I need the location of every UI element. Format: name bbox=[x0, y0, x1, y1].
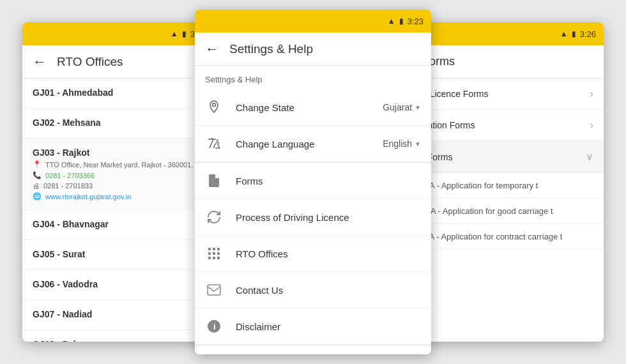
chevron-down-icon: ∨ bbox=[586, 151, 593, 163]
phone-text: 0281 - 2703366 bbox=[45, 172, 95, 179]
subitem-3[interactable]: P.A - Application for contract carriage … bbox=[412, 224, 604, 250]
location-icon bbox=[205, 98, 223, 116]
address-text: TTO Office, Near Market yard, Rajkot - 3… bbox=[45, 161, 193, 169]
rto-detail-address: 📍 TTO Office, Near Market yard, Rajkot -… bbox=[33, 160, 204, 169]
status-bar-center: ▲ ▮ 3:23 bbox=[195, 10, 431, 33]
location-icon: 📍 bbox=[33, 160, 42, 169]
subitem-text-3: P.A - Application for contract carriage … bbox=[422, 232, 562, 241]
dropdown-arrow-state: ▼ bbox=[415, 104, 421, 111]
settings-list: Settings & Help Change State Gujarat ▼ bbox=[195, 66, 431, 354]
rto-offices-item[interactable]: RTO Offices bbox=[195, 236, 431, 272]
change-state-label: Change State bbox=[236, 102, 370, 113]
refresh-icon bbox=[205, 208, 223, 226]
contact-us-label: Contact Us bbox=[236, 285, 421, 296]
dropdown-arrow-language: ▼ bbox=[415, 140, 421, 148]
fax-icon: 🖨 bbox=[33, 182, 40, 190]
signal-icon-left: ▲ bbox=[171, 29, 178, 38]
phone-left: ▲ ▮ 3:26 ← RTO Offices GJ01 - Ahmedabad … bbox=[22, 22, 214, 342]
settings-section-header: Settings & Help bbox=[195, 66, 431, 89]
phone-right: ▲ ▮ 3:26 Forms g Licence Forms › tration… bbox=[412, 22, 604, 342]
chevron-right-icon-1: › bbox=[590, 88, 593, 100]
svg-rect-9 bbox=[213, 257, 215, 259]
back-button-center[interactable]: ← bbox=[205, 41, 219, 57]
website-text: www.rtorajkot.gujarat.gov.in bbox=[45, 193, 131, 201]
rto-list: GJ01 - Ahmedabad GJ02 - Mehsana GJ03 - R… bbox=[22, 79, 214, 342]
svg-text:A: A bbox=[215, 139, 220, 146]
process-driving-item[interactable]: Process of Driving Licence bbox=[195, 199, 431, 236]
change-language-item[interactable]: A Change Language English ▼ bbox=[195, 126, 431, 162]
rto-item-title: GJ01 - Ahmedabad bbox=[33, 87, 204, 98]
contact-us-item[interactable]: Contact Us bbox=[195, 272, 431, 308]
time-center: 3:23 bbox=[408, 17, 424, 26]
forms-list: g Licence Forms › tration Forms › t Form… bbox=[412, 79, 604, 250]
list-item[interactable]: GJ04 - Bhavnagar bbox=[22, 210, 214, 240]
rto-item-title: GJ06 - Vadodra bbox=[33, 279, 204, 289]
rto-item-title: GJ03 - Rajkot bbox=[33, 148, 204, 158]
subitem-text-2: C.A - Application for good carriage t bbox=[422, 206, 553, 216]
rto-detail-website[interactable]: 🌐 www.rtorajkot.gujarat.gov.in bbox=[33, 192, 204, 201]
rto-item-title: GJ04 - Bhavnagar bbox=[33, 219, 204, 229]
rto-item-title: GJ02 - Mehsana bbox=[33, 118, 204, 128]
app-bar-center: ← Settings & Help bbox=[195, 33, 431, 66]
translate-icon: A bbox=[205, 135, 223, 153]
change-language-value: English ▼ bbox=[383, 139, 421, 149]
svg-rect-8 bbox=[208, 257, 211, 259]
list-item[interactable]: GJ05 - Surat bbox=[22, 240, 214, 270]
forms-app-bar: Forms bbox=[412, 45, 604, 79]
list-item[interactable]: GJ01 - Ahmedabad bbox=[22, 79, 214, 109]
svg-rect-10 bbox=[217, 257, 220, 259]
process-driving-label: Process of Driving Licence bbox=[236, 212, 421, 223]
email-icon bbox=[205, 281, 223, 299]
phone-icon: 📞 bbox=[33, 171, 42, 179]
time-right: 3:26 bbox=[580, 29, 596, 39]
change-state-item[interactable]: Change State Gujarat ▼ bbox=[195, 89, 431, 126]
driving-licence-label: g Licence Forms bbox=[422, 89, 590, 99]
back-button-left[interactable]: ← bbox=[33, 54, 47, 70]
subitem-text-1: h.A - Application for temporary t bbox=[422, 181, 538, 190]
disclaimer-item[interactable]: i Disclaimer bbox=[195, 308, 431, 345]
list-item-selected[interactable]: GJ03 - Rajkot 📍 TTO Office, Near Market … bbox=[22, 139, 214, 210]
battery-icon-left: ▮ bbox=[182, 29, 187, 38]
info-icon: i bbox=[205, 317, 223, 335]
rto-detail-phone[interactable]: 📞 0281 - 2703366 bbox=[33, 171, 204, 179]
svg-rect-11 bbox=[208, 285, 220, 295]
list-item[interactable]: GJ08 - Palanpur bbox=[22, 330, 214, 342]
phone-center: ▲ ▮ 3:23 ← Settings & Help Settings & He… bbox=[195, 10, 431, 354]
change-state-value: Gujarat ▼ bbox=[383, 102, 421, 112]
chevron-right-icon-2: › bbox=[590, 119, 593, 131]
registration-label: tration Forms bbox=[422, 120, 590, 130]
signal-icon-right: ▲ bbox=[560, 29, 568, 38]
page-title-left: RTO Offices bbox=[57, 55, 123, 69]
list-item[interactable]: GJ06 - Vadodra bbox=[22, 270, 214, 300]
document-icon bbox=[205, 172, 223, 190]
svg-point-0 bbox=[213, 103, 216, 107]
forms-label: Forms bbox=[236, 176, 421, 186]
app-bar-left: ← RTO Offices bbox=[22, 45, 214, 79]
svg-rect-7 bbox=[217, 252, 220, 255]
fax-text: 0281 - 2701833 bbox=[43, 182, 93, 190]
permit-forms-item[interactable]: t Forms ∨ bbox=[412, 141, 604, 173]
subitem-2[interactable]: C.A - Application for good carriage t bbox=[412, 199, 604, 224]
web-icon: 🌐 bbox=[33, 192, 42, 201]
rto-detail-fax: 🖨 0281 - 2701833 bbox=[33, 182, 204, 190]
svg-rect-3 bbox=[213, 248, 215, 250]
rto-offices-label: RTO Offices bbox=[236, 248, 421, 259]
driving-licence-forms-item[interactable]: g Licence Forms › bbox=[412, 79, 604, 110]
svg-rect-6 bbox=[213, 252, 215, 255]
svg-text:i: i bbox=[213, 322, 216, 331]
list-item[interactable]: GJ07 - Nadiad bbox=[22, 300, 214, 330]
status-bar-right: ▲ ▮ 3:26 bbox=[412, 22, 604, 45]
svg-rect-2 bbox=[208, 248, 211, 250]
subitem-1[interactable]: h.A - Application for temporary t bbox=[412, 173, 604, 199]
change-language-label: Change Language bbox=[236, 139, 370, 149]
permit-label: t Forms bbox=[422, 152, 586, 162]
state-value-text: Gujarat bbox=[383, 102, 412, 112]
battery-icon-center: ▮ bbox=[399, 17, 404, 26]
rto-item-title: GJ07 - Nadiad bbox=[33, 309, 204, 319]
battery-icon-right: ▮ bbox=[572, 29, 576, 38]
forms-item[interactable]: Forms bbox=[195, 163, 431, 199]
registration-forms-item[interactable]: tration Forms › bbox=[412, 110, 604, 141]
list-item[interactable]: GJ02 - Mehsana bbox=[22, 109, 214, 139]
svg-rect-4 bbox=[217, 248, 220, 250]
page-title-center: Settings & Help bbox=[229, 42, 313, 56]
